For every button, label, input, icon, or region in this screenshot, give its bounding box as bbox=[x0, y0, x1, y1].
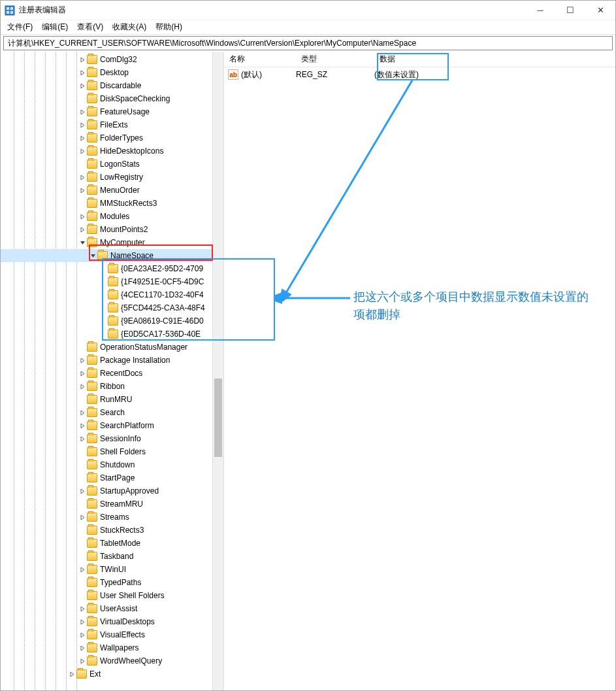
tree-node[interactable]: Ribbon bbox=[1, 380, 223, 393]
tree-node[interactable]: Search bbox=[1, 406, 223, 419]
chevron-right-icon[interactable] bbox=[78, 384, 87, 390]
tree-node[interactable]: {0EA23AE2-95D2-4709 bbox=[1, 262, 223, 275]
tree-node[interactable]: {4CEC1170-1D32-40F4 bbox=[1, 288, 223, 301]
tree-node[interactable]: VisualEffects bbox=[1, 628, 223, 641]
chevron-right-icon[interactable] bbox=[78, 658, 87, 664]
tree-node[interactable]: {9EA08619-C91E-46D0 bbox=[1, 314, 223, 328]
tree-node[interactable]: StartupApproved bbox=[1, 484, 223, 497]
address-bar[interactable]: 计算机\HKEY_CURRENT_USER\SOFTWARE\Microsoft… bbox=[3, 36, 613, 50]
tree-node[interactable]: {E0D5CA17-536D-40E bbox=[1, 328, 223, 341]
tree-node[interactable]: VirtualDesktops bbox=[1, 615, 223, 628]
header-data[interactable]: 数据 bbox=[374, 54, 615, 65]
folder-icon bbox=[87, 238, 97, 247]
chevron-right-icon[interactable] bbox=[78, 122, 87, 128]
tree-scrollbar-thumb[interactable] bbox=[214, 379, 222, 457]
tree-node[interactable]: SearchPlatform bbox=[1, 419, 223, 432]
tree-node[interactable]: Discardable bbox=[1, 79, 223, 92]
chevron-right-icon[interactable] bbox=[78, 645, 87, 651]
tree-node[interactable]: {5FCD4425-CA3A-48F4 bbox=[1, 301, 223, 314]
tree-node[interactable]: NameSpace bbox=[1, 249, 223, 262]
tree-node[interactable]: LogonStats bbox=[1, 158, 223, 171]
chevron-right-icon[interactable] bbox=[78, 135, 87, 141]
tree-node[interactable]: TWinUI bbox=[1, 563, 223, 576]
folder-icon bbox=[97, 251, 108, 260]
folder-icon bbox=[87, 160, 97, 169]
chevron-right-icon[interactable] bbox=[78, 514, 87, 520]
registry-tree[interactable]: ComDlg32DesktopDiscardableDiskSpaceCheck… bbox=[1, 52, 223, 690]
menu-favorites[interactable]: 收藏夹(A) bbox=[112, 22, 146, 33]
chevron-right-icon[interactable] bbox=[78, 410, 87, 416]
tree-node[interactable]: FeatureUsage bbox=[1, 105, 223, 118]
tree-node[interactable]: TabletMode bbox=[1, 537, 223, 550]
tree-node[interactable]: MenuOrder bbox=[1, 184, 223, 197]
tree-node-label: StuckRects3 bbox=[100, 526, 144, 535]
tree-node[interactable]: Desktop bbox=[1, 66, 223, 79]
tree-node[interactable]: FolderTypes bbox=[1, 131, 223, 144]
folder-icon bbox=[87, 408, 97, 417]
tree-node[interactable]: ComDlg32 bbox=[1, 53, 223, 66]
tree-node[interactable]: Shutdown bbox=[1, 458, 223, 471]
folder-icon bbox=[87, 604, 97, 613]
chevron-right-icon[interactable] bbox=[78, 488, 87, 494]
menu-file[interactable]: 文件(F) bbox=[7, 22, 33, 33]
tree-node[interactable]: MyComputer bbox=[1, 236, 223, 249]
tree-node[interactable]: {1F49251E-0CF5-4D9C bbox=[1, 275, 223, 288]
tree-node[interactable]: MMStuckRects3 bbox=[1, 197, 223, 210]
chevron-right-icon[interactable] bbox=[78, 567, 87, 573]
chevron-right-icon[interactable] bbox=[78, 423, 87, 429]
value-row[interactable]: ab(默认)REG_SZ(数值未设置) bbox=[224, 67, 615, 82]
tree-node[interactable]: Streams bbox=[1, 511, 223, 524]
tree-node[interactable]: DiskSpaceChecking bbox=[1, 92, 223, 105]
tree-node[interactable]: User Shell Folders bbox=[1, 589, 223, 602]
maximize-button[interactable]: ☐ bbox=[555, 1, 585, 20]
chevron-right-icon[interactable] bbox=[78, 358, 87, 363]
tree-node[interactable]: LowRegistry bbox=[1, 171, 223, 184]
tree-node[interactable]: HideDesktopIcons bbox=[1, 144, 223, 158]
chevron-right-icon[interactable] bbox=[78, 70, 87, 76]
chevron-right-icon[interactable] bbox=[67, 671, 76, 677]
chevron-right-icon[interactable] bbox=[78, 83, 87, 89]
minimize-button[interactable]: ─ bbox=[525, 1, 555, 20]
chevron-right-icon[interactable] bbox=[78, 606, 87, 612]
chevron-right-icon[interactable] bbox=[78, 148, 87, 154]
tree-node[interactable]: RunMRU bbox=[1, 393, 223, 406]
tree-node[interactable]: UserAssist bbox=[1, 602, 223, 615]
tree-node[interactable]: TypedPaths bbox=[1, 576, 223, 589]
tree-node[interactable]: Modules bbox=[1, 210, 223, 223]
chevron-right-icon[interactable] bbox=[78, 632, 87, 638]
tree-node[interactable]: Ext bbox=[1, 667, 223, 681]
tree-node[interactable]: Taskband bbox=[1, 550, 223, 563]
values-list[interactable]: ab(默认)REG_SZ(数值未设置) bbox=[224, 67, 615, 82]
menu-edit[interactable]: 编辑(E) bbox=[42, 22, 68, 33]
tree-node[interactable]: WordWheelQuery bbox=[1, 654, 223, 667]
tree-node[interactable]: StartPage bbox=[1, 471, 223, 484]
chevron-right-icon[interactable] bbox=[78, 227, 87, 233]
tree-node[interactable]: OperationStatusManager bbox=[1, 341, 223, 354]
menu-help[interactable]: 帮助(H) bbox=[155, 22, 182, 33]
chevron-right-icon[interactable] bbox=[78, 214, 87, 220]
chevron-right-icon[interactable] bbox=[78, 109, 87, 115]
menu-view[interactable]: 查看(V) bbox=[77, 22, 103, 33]
header-type[interactable]: 类型 bbox=[296, 54, 374, 65]
tree-node[interactable]: Shell Folders bbox=[1, 445, 223, 458]
chevron-right-icon[interactable] bbox=[78, 436, 87, 442]
tree-node[interactable]: StuckRects3 bbox=[1, 524, 223, 537]
header-name[interactable]: 名称 bbox=[224, 54, 296, 65]
tree-node[interactable]: Wallpapers bbox=[1, 641, 223, 654]
close-button[interactable]: ✕ bbox=[585, 1, 615, 20]
tree-scrollbar[interactable] bbox=[212, 52, 223, 690]
chevron-down-icon[interactable] bbox=[78, 240, 87, 246]
chevron-right-icon[interactable] bbox=[78, 175, 87, 180]
tree-node[interactable]: Package Installation bbox=[1, 354, 223, 367]
chevron-right-icon[interactable] bbox=[78, 619, 87, 625]
tree-node[interactable]: RecentDocs bbox=[1, 367, 223, 380]
chevron-right-icon[interactable] bbox=[78, 188, 87, 194]
folder-icon bbox=[87, 212, 97, 221]
tree-node[interactable]: SessionInfo bbox=[1, 432, 223, 445]
tree-node[interactable]: FileExts bbox=[1, 118, 223, 131]
chevron-down-icon[interactable] bbox=[88, 253, 97, 259]
tree-node[interactable]: MountPoints2 bbox=[1, 223, 223, 236]
chevron-right-icon[interactable] bbox=[78, 57, 87, 63]
chevron-right-icon[interactable] bbox=[78, 371, 87, 377]
tree-node[interactable]: StreamMRU bbox=[1, 497, 223, 511]
